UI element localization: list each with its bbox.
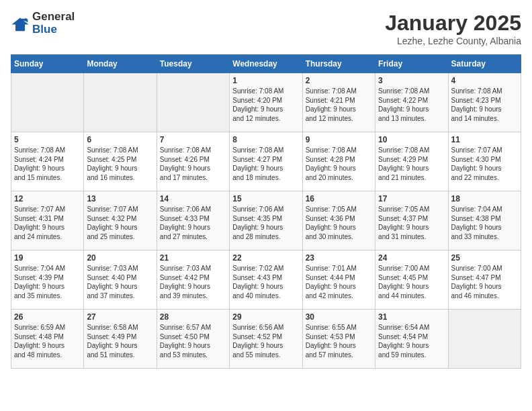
- week-row-3: 12Sunrise: 7:07 AM Sunset: 4:31 PM Dayli…: [11, 191, 521, 250]
- calendar-cell: 26Sunrise: 6:59 AM Sunset: 4:48 PM Dayli…: [11, 310, 84, 369]
- calendar-cell: 27Sunrise: 6:58 AM Sunset: 4:49 PM Dayli…: [84, 310, 157, 369]
- logo: General Blue: [11, 11, 75, 36]
- day-number: 28: [160, 312, 226, 322]
- month-title: January 2025: [385, 11, 521, 36]
- day-info: Sunrise: 7:08 AM Sunset: 4:22 PM Dayligh…: [378, 87, 445, 123]
- calendar-cell: 5Sunrise: 7:08 AM Sunset: 4:24 PM Daylig…: [11, 132, 84, 191]
- day-info: Sunrise: 7:08 AM Sunset: 4:23 PM Dayligh…: [451, 87, 518, 123]
- day-number: 18: [451, 194, 518, 203]
- calendar-cell: 13Sunrise: 7:07 AM Sunset: 4:32 PM Dayli…: [84, 191, 157, 250]
- calendar-cell: 14Sunrise: 7:06 AM Sunset: 4:33 PM Dayli…: [157, 191, 229, 250]
- day-number: 24: [378, 253, 445, 263]
- calendar-cell: 3Sunrise: 7:08 AM Sunset: 4:22 PM Daylig…: [375, 73, 448, 132]
- calendar-cell: 11Sunrise: 7:07 AM Sunset: 4:30 PM Dayli…: [448, 132, 521, 191]
- day-number: 15: [232, 194, 299, 203]
- calendar-cell: 18Sunrise: 7:04 AM Sunset: 4:38 PM Dayli…: [448, 191, 521, 250]
- day-info: Sunrise: 7:05 AM Sunset: 4:37 PM Dayligh…: [378, 205, 445, 241]
- calendar-cell: 1Sunrise: 7:08 AM Sunset: 4:20 PM Daylig…: [230, 73, 302, 132]
- day-info: Sunrise: 7:04 AM Sunset: 4:39 PM Dayligh…: [14, 264, 81, 300]
- day-info: Sunrise: 7:08 AM Sunset: 4:20 PM Dayligh…: [232, 87, 299, 123]
- day-number: 22: [232, 253, 299, 263]
- day-number: 5: [14, 135, 81, 144]
- day-info: Sunrise: 7:08 AM Sunset: 4:21 PM Dayligh…: [306, 87, 372, 123]
- calendar-cell: 9Sunrise: 7:08 AM Sunset: 4:28 PM Daylig…: [302, 132, 375, 191]
- calendar-cell: 8Sunrise: 7:08 AM Sunset: 4:27 PM Daylig…: [230, 132, 302, 191]
- calendar-table: SundayMondayTuesdayWednesdayThursdayFrid…: [11, 54, 521, 369]
- calendar-cell: 7Sunrise: 7:08 AM Sunset: 4:26 PM Daylig…: [157, 132, 229, 191]
- calendar-cell: 23Sunrise: 7:01 AM Sunset: 4:44 PM Dayli…: [302, 250, 375, 310]
- day-info: Sunrise: 7:08 AM Sunset: 4:24 PM Dayligh…: [14, 146, 81, 182]
- day-info: Sunrise: 7:07 AM Sunset: 4:31 PM Dayligh…: [14, 205, 81, 241]
- calendar-cell: 29Sunrise: 6:56 AM Sunset: 4:52 PM Dayli…: [230, 310, 302, 369]
- weekday-saturday: Saturday: [448, 55, 521, 73]
- day-info: Sunrise: 7:08 AM Sunset: 4:26 PM Dayligh…: [160, 146, 226, 182]
- day-info: Sunrise: 6:55 AM Sunset: 4:53 PM Dayligh…: [306, 323, 372, 359]
- page-header: General Blue January 2025 Lezhe, Lezhe C…: [11, 11, 521, 46]
- day-number: 27: [87, 312, 153, 322]
- weekday-wednesday: Wednesday: [230, 55, 302, 73]
- calendar-cell: [84, 73, 157, 132]
- calendar-cell: 15Sunrise: 7:06 AM Sunset: 4:35 PM Dayli…: [230, 191, 302, 250]
- calendar-cell: 10Sunrise: 7:08 AM Sunset: 4:29 PM Dayli…: [375, 132, 448, 191]
- day-number: 25: [451, 253, 518, 263]
- day-info: Sunrise: 7:06 AM Sunset: 4:35 PM Dayligh…: [232, 205, 299, 241]
- day-number: 4: [451, 76, 518, 85]
- weekday-thursday: Thursday: [302, 55, 375, 73]
- day-number: 26: [14, 312, 81, 322]
- day-number: 8: [232, 135, 299, 144]
- day-number: 21: [160, 253, 226, 263]
- day-number: 10: [378, 135, 445, 144]
- week-row-1: 1Sunrise: 7:08 AM Sunset: 4:20 PM Daylig…: [11, 73, 521, 132]
- calendar-cell: 2Sunrise: 7:08 AM Sunset: 4:21 PM Daylig…: [302, 73, 375, 132]
- day-info: Sunrise: 7:07 AM Sunset: 4:32 PM Dayligh…: [87, 205, 153, 241]
- day-info: Sunrise: 7:08 AM Sunset: 4:27 PM Dayligh…: [232, 146, 299, 182]
- day-info: Sunrise: 7:03 AM Sunset: 4:42 PM Dayligh…: [160, 264, 226, 300]
- weekday-friday: Friday: [375, 55, 448, 73]
- logo-text: General Blue: [32, 11, 75, 36]
- location: Lezhe, Lezhe County, Albania: [385, 36, 521, 46]
- week-row-2: 5Sunrise: 7:08 AM Sunset: 4:24 PM Daylig…: [11, 132, 521, 191]
- week-row-4: 19Sunrise: 7:04 AM Sunset: 4:39 PM Dayli…: [11, 250, 521, 310]
- day-number: 14: [160, 194, 226, 203]
- day-info: Sunrise: 6:58 AM Sunset: 4:49 PM Dayligh…: [87, 323, 153, 359]
- day-number: 2: [306, 76, 372, 85]
- day-number: 11: [451, 135, 518, 144]
- day-number: 29: [232, 312, 299, 322]
- day-number: 1: [232, 76, 299, 85]
- day-number: 23: [306, 253, 372, 263]
- title-area: January 2025 Lezhe, Lezhe County, Albani…: [385, 11, 521, 46]
- weekday-tuesday: Tuesday: [157, 55, 229, 73]
- day-info: Sunrise: 7:03 AM Sunset: 4:40 PM Dayligh…: [87, 264, 153, 300]
- logo-general: General: [32, 11, 75, 24]
- day-info: Sunrise: 7:06 AM Sunset: 4:33 PM Dayligh…: [160, 205, 226, 241]
- weekday-sunday: Sunday: [11, 55, 84, 73]
- day-number: 12: [14, 194, 81, 203]
- calendar-cell: 24Sunrise: 7:00 AM Sunset: 4:45 PM Dayli…: [375, 250, 448, 310]
- day-info: Sunrise: 7:05 AM Sunset: 4:36 PM Dayligh…: [306, 205, 372, 241]
- day-info: Sunrise: 6:59 AM Sunset: 4:48 PM Dayligh…: [14, 323, 81, 359]
- day-number: 17: [378, 194, 445, 203]
- calendar-cell: 31Sunrise: 6:54 AM Sunset: 4:54 PM Dayli…: [375, 310, 448, 369]
- calendar-cell: 12Sunrise: 7:07 AM Sunset: 4:31 PM Dayli…: [11, 191, 84, 250]
- day-number: 31: [378, 312, 445, 322]
- day-number: 3: [378, 76, 445, 85]
- calendar-cell: [11, 73, 84, 132]
- day-number: 6: [87, 135, 153, 144]
- day-number: 19: [14, 253, 81, 263]
- calendar-cell: 6Sunrise: 7:08 AM Sunset: 4:25 PM Daylig…: [84, 132, 157, 191]
- day-info: Sunrise: 7:08 AM Sunset: 4:28 PM Dayligh…: [306, 146, 372, 182]
- weekday-header-row: SundayMondayTuesdayWednesdayThursdayFrid…: [11, 55, 521, 73]
- calendar-cell: [448, 310, 521, 369]
- calendar-cell: 20Sunrise: 7:03 AM Sunset: 4:40 PM Dayli…: [84, 250, 157, 310]
- day-number: 30: [306, 312, 372, 322]
- calendar-cell: [157, 73, 229, 132]
- day-info: Sunrise: 7:01 AM Sunset: 4:44 PM Dayligh…: [306, 264, 372, 300]
- day-info: Sunrise: 6:54 AM Sunset: 4:54 PM Dayligh…: [378, 323, 445, 359]
- logo-icon: [11, 14, 30, 33]
- day-info: Sunrise: 7:08 AM Sunset: 4:25 PM Dayligh…: [87, 146, 153, 182]
- day-number: 16: [306, 194, 372, 203]
- day-number: 20: [87, 253, 153, 263]
- day-number: 9: [306, 135, 372, 144]
- logo-blue: Blue: [32, 24, 75, 36]
- calendar-cell: 19Sunrise: 7:04 AM Sunset: 4:39 PM Dayli…: [11, 250, 84, 310]
